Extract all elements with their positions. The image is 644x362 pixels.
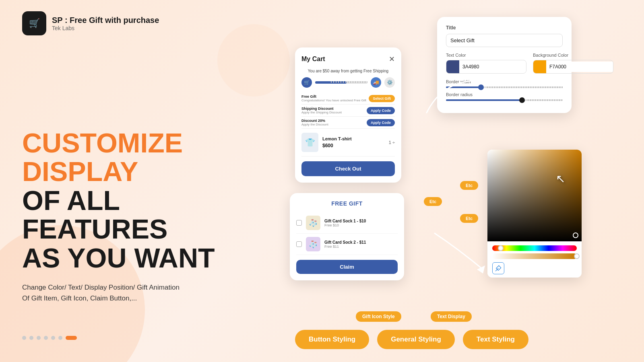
product-thumbnail: 👕 [301,133,318,152]
shipping-discount-row: Shipping Discount Apply the Shipping Dis… [301,105,395,117]
apply-code-button-1[interactable]: Apply Code [367,107,395,114]
product-price: $600 [322,143,352,148]
free-gift-row: Free Gift Congratulations! You have unlo… [301,93,395,105]
hue-thumb[interactable] [498,245,504,251]
bg-color-swatch[interactable] [533,60,546,73]
bg-color-hex-input[interactable] [546,62,613,72]
cart-progress-text: You are $50 away from getting Free Shipp… [301,68,395,74]
discount-row: Discount 20% Apply the Discount Apply Co… [301,117,395,129]
hero-line1: CUSTOMIZE DISPLAY [22,129,272,186]
dot-6[interactable] [58,336,62,340]
app-header: 🛒 SP : Free Gift with purchase Tek Labs [22,11,159,35]
svg-marker-2 [477,265,485,274]
bg-color-input-row [533,60,613,74]
cart-icon: 🛒 [301,77,312,88]
color-gradient-area[interactable] [487,150,582,241]
title-input[interactable] [446,34,563,47]
discount-sub: Apply the Discount [301,123,328,126]
dot-2[interactable] [29,336,33,340]
alpha-slider[interactable] [492,253,577,259]
text-color-input-row [446,60,526,74]
app-company: Tek Labs [52,25,159,31]
hero-description: Change Color/ Text/ Display Position/ Gi… [22,282,272,304]
bottom-buttons-row: Button Styling General Styling Text Styl… [295,330,528,349]
cart-product-row: 👕 Lemon T-shirt $600 1 ÷ [301,129,395,156]
title-field-label: Title [446,25,563,31]
gift-item-price-1: Free $10 [324,223,366,227]
eyedropper-icon [495,265,502,272]
dot-5[interactable] [51,336,55,340]
border-radius-thumb[interactable] [519,97,525,103]
dot-3[interactable] [37,336,41,340]
alpha-thumb[interactable] [574,253,580,259]
hue-slider[interactable] [492,245,577,251]
free-gift-sub: Congratulations! You have unlocked Free … [301,99,366,102]
eyedropper-button[interactable] [492,262,504,274]
cart-title: My Cart [301,56,325,63]
hero-section: CUSTOMIZE DISPLAY OF ALL FEATURES AS YOU… [22,129,272,304]
gift-item-row-1: 🧦 Gift Card Sock 1 - $10 Free $10 [296,212,398,234]
dot-7-active[interactable] [66,336,77,340]
gift-item-name-2: Gift Card Sock 2 - $11 [324,240,366,245]
shipping-discount-label: Shipping Discount [301,107,342,111]
gift-icon-style-label[interactable]: Gift Icon Style [356,311,401,322]
text-styling-button[interactable]: Text Styling [463,330,528,349]
free-gift-card: FREE GIFT 🧦 Gift Card Sock 1 - $10 Free … [290,193,404,280]
product-quantity[interactable]: 1 ÷ [389,140,395,145]
gift-item-row-2: 🧦 Gift Card Sock 2 - $11 Free $11 [296,234,398,255]
free-gift-label: Free Gift [301,95,366,99]
etc-label-2: Etc [424,197,442,206]
gift-item-img-1: 🧦 [306,216,320,230]
gift-item-price-2: Free $11 [324,245,366,249]
cart-close-button[interactable]: ✕ [389,55,395,64]
text-color-hex-input[interactable] [459,62,526,72]
select-gift-button[interactable]: Select Gift [369,95,395,102]
apply-code-button-2[interactable]: Apply Code [367,119,395,126]
progress-track [315,81,367,84]
settings-icon: ⚙️ [384,77,395,88]
hero-line2: OF ALL FEATURES [22,186,272,244]
app-icon: 🛒 [22,11,46,35]
etc-label-1: Etc [460,181,478,190]
gift-item-name-1: Gift Card Sock 1 - $10 [324,219,366,223]
general-styling-button[interactable]: General Styling [377,330,455,349]
arrow-2 [427,225,491,278]
gift-checkbox-2[interactable] [296,241,302,247]
color-picker-controls [487,241,582,278]
pagination-dots [22,336,77,340]
claim-button[interactable]: Claim [296,260,398,274]
shipping-discount-sub: Apply the Shipping Discount [301,111,342,114]
gift-item-img-2: 🧦 [306,237,320,251]
color-picker-panel [487,150,582,278]
hero-line3: AS YOU WANT [22,244,272,272]
dot-1[interactable] [22,336,26,340]
text-color-swatch[interactable] [446,60,459,73]
bg-color-label: Background Color [533,53,613,58]
app-title: SP : Free Gift with purchase [52,16,159,25]
product-name: Lemon T-shirt [322,136,352,141]
arrow-1 [419,72,491,121]
gift-checkbox-1[interactable] [296,220,302,226]
my-cart-card: My Cart ✕ You are $50 away from getting … [295,47,401,183]
etc-label-3: Etc [460,214,478,223]
svg-marker-1 [475,76,483,82]
text-display-label[interactable]: Text Display [431,311,472,322]
dot-4[interactable] [44,336,48,340]
gradient-cursor [573,232,578,238]
discount-label: Discount 20% [301,119,328,123]
checkout-button[interactable]: Check Out [301,161,395,176]
svg-point-0 [573,233,578,238]
free-gift-card-title: FREE GIFT [296,200,398,207]
shipping-icon: 🚚 [371,77,381,88]
button-styling-button[interactable]: Button Styling [295,330,369,349]
text-color-label: Text Color [446,53,526,58]
